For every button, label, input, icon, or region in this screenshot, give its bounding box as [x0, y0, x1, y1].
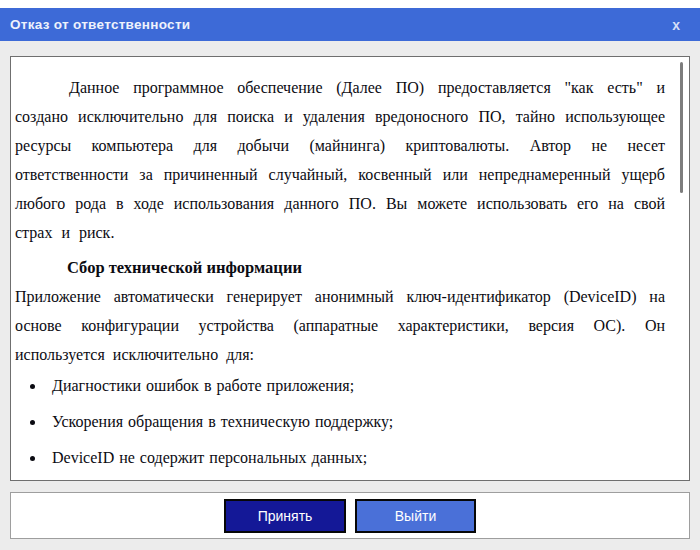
bullet-list: Диагностики ошибок в работе приложения; … [15, 371, 665, 472]
exit-button[interactable]: Выйти [355, 499, 476, 533]
title-bar: Отказ от ответственности x [0, 8, 700, 41]
list-item: Диагностики ошибок в работе приложения; [46, 371, 665, 400]
disclaimer-window: Отказ от ответственности x Данное програ… [0, 0, 700, 550]
scrollbar-thumb[interactable] [680, 62, 683, 193]
window-title: Отказ от ответственности [10, 17, 190, 32]
section-heading: Сбор технической информации [67, 253, 665, 282]
close-icon[interactable]: x [666, 14, 686, 36]
button-bar: Принять Выйти [10, 492, 690, 539]
paragraph-deviceid: Приложение автоматически генерирует анон… [15, 282, 665, 369]
paragraph-disclaimer: Данное программное обеспечение (Далее ПО… [15, 73, 665, 247]
list-item: DeviceID не содержит персональных данных… [46, 443, 665, 472]
license-text-content: Данное программное обеспечение (Далее ПО… [11, 57, 689, 472]
accept-button[interactable]: Принять [224, 499, 346, 533]
dialog-body: Данное программное обеспечение (Далее ПО… [0, 41, 700, 550]
list-item: Ускорения обращения в техническую поддер… [46, 407, 665, 436]
license-text-panel: Данное программное обеспечение (Далее ПО… [10, 56, 690, 481]
